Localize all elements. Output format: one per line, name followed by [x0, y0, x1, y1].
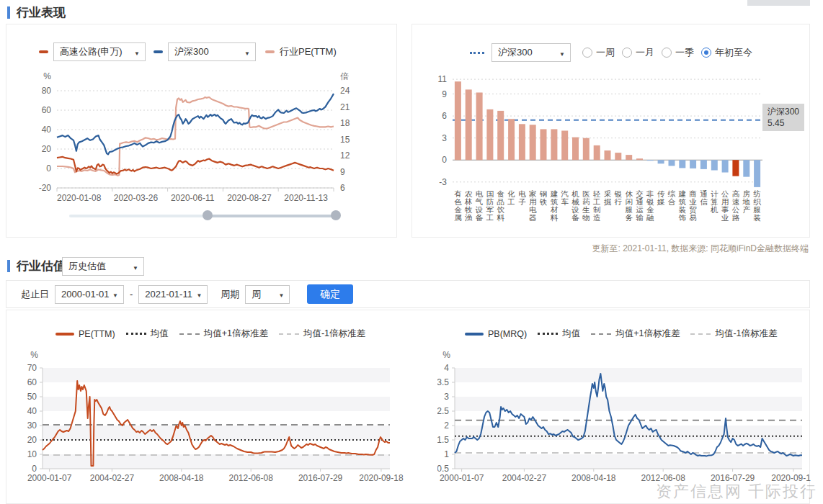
period-select[interactable]: 周 — [245, 285, 290, 304]
industry-category-label: 钢铁 — [539, 189, 548, 206]
industry-category-label: 医药生物 — [582, 189, 590, 222]
slider-handle-right[interactable] — [331, 210, 341, 220]
industry-bar — [615, 153, 621, 160]
industry-category-label: 公用事业 — [721, 189, 729, 222]
svg-text:9: 9 — [442, 89, 447, 99]
section-title-performance: 行业表现 — [7, 4, 66, 21]
period-label: 周期 — [221, 288, 239, 301]
industry-bar-chart: 119630-3有色金属农林牧渔电气设备国防军工食品饮料化工电子家用电器钢铁建筑… — [412, 66, 811, 235]
svg-text:2020-03-26: 2020-03-26 — [114, 193, 159, 203]
hs300-dashed-legend-mark — [470, 52, 484, 54]
industry-category-label: 建筑材料 — [550, 189, 559, 222]
radio-one-quarter[interactable]: 一季 — [662, 46, 694, 59]
hs300-series-legend-mark — [154, 50, 163, 53]
hs300-marker-label: 沪深300 — [768, 106, 799, 117]
industry-bar — [700, 160, 707, 169]
svg-text:20: 20 — [27, 435, 37, 445]
confirm-button[interactable]: 确定 — [307, 284, 353, 304]
industry-series-select[interactable]: 高速公路(申万) — [53, 42, 146, 61]
series-line — [455, 374, 802, 456]
valuation-mode-select[interactable]: 历史估值 — [62, 257, 144, 276]
axis-labels: 119630-3 — [438, 74, 448, 187]
industry-category-label: 采掘 — [604, 189, 612, 206]
valuation-mode-select-value: 历史估值 — [68, 260, 106, 273]
industry-category-label: 通信 — [700, 189, 708, 206]
series-line — [43, 381, 390, 466]
svg-text:2008-04-18: 2008-04-18 — [571, 473, 616, 483]
svg-text:2020-11-13: 2020-11-13 — [284, 193, 328, 203]
industry-bar — [626, 155, 632, 160]
industry-category-label: 综合 — [667, 189, 676, 206]
svg-text:1.5: 1.5 — [437, 435, 449, 445]
industry-bar — [497, 111, 504, 160]
industry-category-label: 农林牧渔 — [464, 189, 473, 222]
date-from-select[interactable]: 2000-01-01 — [55, 285, 124, 304]
svg-text:2016-07-29: 2016-07-29 — [298, 473, 343, 483]
radio-one-quarter-label: 一季 — [675, 46, 694, 59]
chevron-down-icon — [559, 48, 565, 58]
svg-text:2008-04-18: 2008-04-18 — [159, 473, 204, 483]
radio-circle-icon[interactable] — [662, 48, 672, 58]
bar-benchmark-select-value: 沪深300 — [498, 46, 533, 59]
industry-category-label: 交通运输 — [636, 189, 644, 222]
slider-handle-left[interactable] — [203, 210, 213, 220]
industry-category-label: 高速公路 — [732, 189, 740, 222]
industry-bar — [743, 160, 749, 176]
svg-text:3.5: 3.5 — [437, 377, 449, 387]
radio-circle-icon[interactable] — [582, 48, 592, 58]
svg-text:70: 70 — [27, 363, 37, 373]
pe-chart-legend: PE(TTM) 均值 均值+1倍标准差 均值-1倍标准差 — [55, 328, 365, 340]
chevron-down-icon — [244, 47, 250, 58]
industry-bar — [679, 160, 685, 168]
industry-category-label: 房地产 — [742, 189, 751, 214]
industry-category-label: 国防军工 — [486, 189, 494, 222]
industry-category-label: 食品饮料 — [497, 189, 504, 222]
industry-bar — [658, 160, 664, 163]
radio-one-month[interactable]: 一月 — [622, 46, 654, 59]
series-line — [57, 94, 334, 154]
chevron-down-icon — [196, 289, 202, 300]
industry-bar — [636, 158, 643, 160]
mean-plus-std-legend-label: 均值+1倍标准差 — [615, 328, 680, 340]
mean-minus-std-legend-mark — [279, 333, 299, 335]
svg-text:%: % — [43, 71, 51, 81]
industry-bar — [594, 145, 600, 160]
site-watermark: 资产信息网 千际投行 — [656, 481, 817, 503]
svg-text:2004-02-27: 2004-02-27 — [90, 473, 135, 483]
benchmark-series-select[interactable]: 沪深300 — [168, 42, 256, 61]
industry-bar — [530, 125, 536, 160]
industry-bar — [551, 129, 557, 160]
date-separator: - — [130, 289, 133, 300]
slider-selected-range[interactable] — [208, 215, 336, 217]
performance-line-chart: 806040200-20242118151296%倍2020-01-082020… — [6, 65, 398, 203]
industry-bar — [711, 160, 718, 170]
valuation-charts-panel: PE(TTM) 均值 均值+1倍标准差 均值-1倍标准差 PB(MRQ) 均值 … — [6, 310, 810, 504]
svg-text:6: 6 — [340, 183, 345, 193]
mean-minus-std-legend-label: 均值-1倍标准差 — [715, 328, 777, 340]
svg-text:60: 60 — [27, 377, 37, 387]
mean-legend-label: 均值 — [151, 328, 169, 340]
svg-text:15: 15 — [340, 135, 350, 145]
bar-benchmark-select[interactable]: 沪深300 — [491, 43, 571, 62]
pe-series-legend-label: 行业PE(TTM) — [280, 45, 337, 58]
industry-category-label: 电子 — [518, 189, 526, 206]
radio-circle-icon[interactable] — [622, 48, 632, 58]
radio-one-week[interactable]: 一周 — [582, 46, 615, 59]
pb-history-chart: 43.532.521.510.5%2000-01-072004-02-27200… — [437, 343, 811, 504]
radio-ytd[interactable]: 年初至今 — [701, 46, 752, 59]
date-to-select[interactable]: 2021-01-11 — [138, 285, 208, 304]
svg-text:%: % — [30, 350, 38, 360]
pe-history-chart: 706050403020100%2000-01-072004-02-272008… — [6, 343, 410, 504]
industry-bar — [540, 129, 547, 160]
industry-bar — [508, 119, 515, 160]
time-range-slider[interactable] — [69, 210, 336, 220]
mean-plus-std-legend-label: 均值+1倍标准差 — [204, 328, 268, 340]
svg-text:-3: -3 — [439, 177, 447, 187]
radio-circle-icon[interactable] — [701, 48, 711, 58]
industry-bar — [722, 160, 729, 172]
mean-line-legend-mark — [126, 333, 146, 335]
svg-text:2004-02-27: 2004-02-27 — [502, 473, 547, 483]
industry-category-label: 休闲服务 — [625, 189, 633, 222]
industry-category-label: 有色金属 — [454, 189, 462, 222]
bar-panel-controls: 沪深300 一周 一月 一季 年初至今 — [470, 43, 752, 62]
